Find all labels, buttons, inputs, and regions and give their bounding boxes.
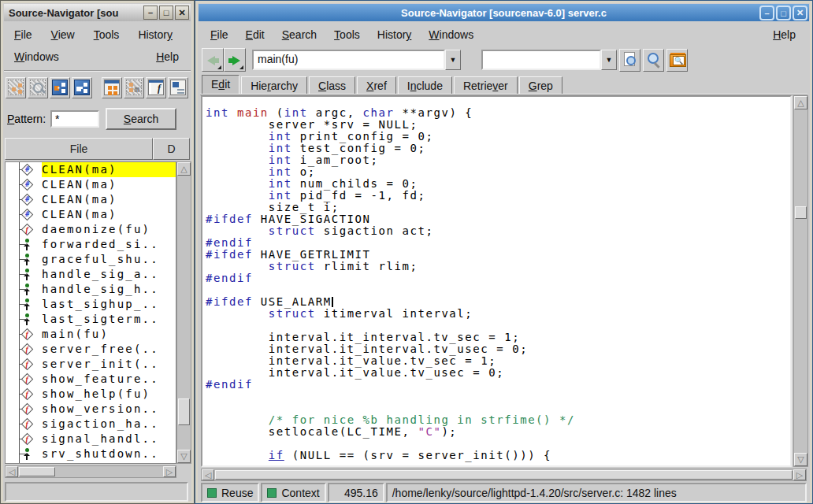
menu-history[interactable]: History: [370, 26, 419, 43]
tab-xref[interactable]: Xref: [357, 76, 396, 94]
chevron-down-icon[interactable]: ▼: [445, 50, 461, 70]
search-stipple-button[interactable]: [28, 77, 48, 98]
find-in-file-button[interactable]: [619, 49, 640, 72]
scroll-right-icon[interactable]: ▷: [163, 466, 176, 477]
maximize-button[interactable]: □: [159, 6, 173, 20]
list-horizontal-scrollbar[interactable]: ◁ ▷: [5, 465, 176, 478]
menu-windows[interactable]: Windows: [7, 48, 66, 65]
scrollbar-thumb[interactable]: [19, 467, 55, 476]
list-item[interactable]: fserver_free(..: [6, 342, 176, 357]
scroll-down-icon[interactable]: ▽: [177, 450, 191, 463]
tab-class[interactable]: Class: [309, 76, 355, 94]
list-item[interactable]: forwarded_si..: [6, 237, 176, 252]
menu-history[interactable]: History: [131, 26, 180, 43]
function-icon: f: [6, 360, 42, 369]
menu-tools[interactable]: Tools: [327, 26, 367, 43]
menu-tools[interactable]: Tools: [87, 26, 127, 43]
scroll-left-icon[interactable]: ◁: [202, 469, 214, 480]
editor-toolbar: main(fu) ▼ ▼: [202, 46, 806, 73]
scroll-up-icon[interactable]: △: [177, 162, 191, 176]
outline-button[interactable]: [168, 77, 188, 98]
tab-grep[interactable]: Grep: [519, 76, 562, 94]
context-toggle[interactable]: Context: [261, 483, 325, 502]
menu-search[interactable]: Search: [275, 26, 324, 43]
list-item[interactable]: fshow_help(fu): [6, 387, 176, 402]
tab-include[interactable]: Include: [398, 76, 452, 94]
minimize-button[interactable]: –: [759, 6, 774, 20]
column-header-file[interactable]: File: [5, 138, 153, 160]
menu-help[interactable]: Help: [149, 48, 186, 65]
menu-file[interactable]: File: [203, 26, 236, 43]
history-back-button[interactable]: [202, 48, 224, 72]
function-icon: f: [6, 420, 42, 428]
pattern-input[interactable]: [50, 110, 99, 128]
search-combobox-value[interactable]: [481, 50, 601, 70]
list-item[interactable]: #CLEAN(ma): [6, 177, 176, 192]
scroll-left-icon[interactable]: ◁: [6, 466, 18, 477]
symbol-label: last_sigterm..: [42, 312, 176, 327]
list-item[interactable]: fsignal_handl..: [6, 432, 176, 447]
list-item[interactable]: last_sigterm..: [6, 312, 176, 327]
reuse-toggle[interactable]: Reuse: [201, 483, 259, 502]
menu-view[interactable]: View: [44, 26, 82, 43]
tab-edit[interactable]: Edit: [202, 75, 239, 94]
editor-titlebar[interactable]: Source-Navigator [sourcenav-6.0] server.…: [199, 4, 809, 21]
menu-windows[interactable]: Windows: [421, 26, 481, 43]
scroll-right-icon[interactable]: ▷: [793, 469, 806, 480]
menu-edit[interactable]: Edit: [239, 26, 272, 43]
project-stipple-button[interactable]: [6, 77, 26, 98]
search-button[interactable]: Search: [106, 108, 176, 130]
list-item[interactable]: #CLEAN(ma): [6, 207, 176, 222]
list-item[interactable]: fsigaction_ha..: [6, 417, 176, 432]
symbol-label: handle_sig_a..: [42, 267, 176, 282]
list-item[interactable]: fshow_feature..: [6, 372, 176, 387]
code-editor[interactable]: int main (int argc, char **argv) { serve…: [201, 95, 792, 467]
column-header-directory[interactable]: D: [153, 138, 190, 160]
menu-file[interactable]: File: [7, 26, 39, 43]
scrollbar-thumb[interactable]: [215, 470, 793, 480]
list-item[interactable]: fserver_init(..: [6, 357, 176, 372]
history-forward-button[interactable]: [224, 48, 246, 72]
maximize-button[interactable]: □: [776, 6, 791, 20]
hierarchy-button[interactable]: [50, 77, 70, 98]
list-item[interactable]: fshow_version..: [6, 402, 176, 417]
list-item[interactable]: handle_sig_h..: [6, 282, 176, 297]
editor-horizontal-scrollbar[interactable]: ◁ ▷: [201, 469, 807, 481]
code-line: #ifdef HAVE_GETRLIMIT: [206, 249, 790, 261]
list-item[interactable]: graceful_shu..: [6, 252, 176, 267]
list-item[interactable]: #CLEAN(ma): [6, 162, 176, 177]
list-item[interactable]: fmain(fu): [6, 327, 176, 342]
scroll-up-icon[interactable]: △: [794, 96, 807, 109]
find-button[interactable]: [643, 49, 664, 72]
list-item[interactable]: #CLEAN(ma): [6, 192, 176, 207]
function-browser-button[interactable]: [146, 77, 166, 98]
list-item[interactable]: srv_shutdown..: [6, 447, 176, 461]
member-browser-icon: [126, 80, 142, 95]
editor-vertical-scrollbar[interactable]: △ ▽: [793, 95, 808, 467]
list-item[interactable]: last_sighup_..: [6, 297, 176, 312]
code-line: #endif: [206, 237, 790, 249]
chevron-down-icon[interactable]: ▼: [601, 50, 617, 70]
symbol-combobox-value[interactable]: main(fu): [252, 50, 445, 70]
find-in-project-button[interactable]: [666, 49, 688, 72]
scrollbar-thumb[interactable]: [795, 206, 807, 219]
close-button[interactable]: ✕: [175, 6, 189, 20]
list-item[interactable]: handle_sig_a..: [6, 267, 176, 282]
scroll-down-icon[interactable]: ▽: [794, 453, 807, 466]
member-browser-button[interactable]: [124, 77, 144, 98]
list-item[interactable]: fdaemonize(fu): [6, 222, 176, 237]
code-line: int i_am_root;: [206, 154, 790, 166]
code-line: struct rlimit rlim;: [206, 261, 790, 272]
tab-retriever[interactable]: Retriever: [454, 76, 518, 94]
symbol-grid-button[interactable]: [102, 77, 122, 98]
function-icon: f: [6, 405, 42, 413]
close-button[interactable]: ✕: [793, 6, 807, 20]
tab-hierarchy[interactable]: Hierarchy: [241, 76, 307, 94]
list-vertical-scrollbar[interactable]: △ ▽: [176, 161, 191, 464]
scrollbar-thumb[interactable]: [178, 398, 190, 425]
browser-titlebar[interactable]: Source-Navigator [sou – □ ✕: [4, 4, 191, 21]
minimize-button[interactable]: –: [143, 6, 158, 20]
menu-help[interactable]: Help: [766, 26, 803, 43]
symbol-list[interactable]: #CLEAN(ma)#CLEAN(ma)#CLEAN(ma)#CLEAN(ma)…: [5, 161, 176, 464]
hierarchy-alt-button[interactable]: [72, 77, 92, 98]
